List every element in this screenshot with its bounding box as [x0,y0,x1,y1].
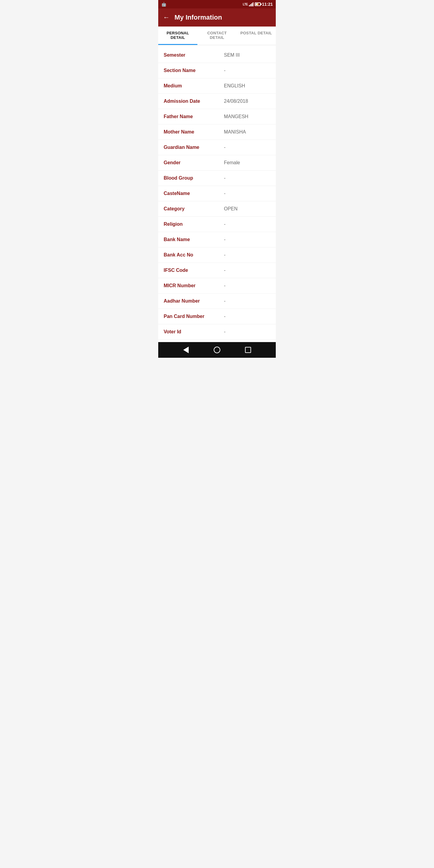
info-row: Admission Date24/08/2018 [158,94,276,109]
status-icons: LTE ⚡ 11:21 [243,2,273,7]
app-header: ← My Information [158,8,276,27]
info-row: Father NameMANGESH [158,109,276,124]
field-label: Bank Acc No [164,252,224,258]
info-row: Bank Acc No- [158,247,276,263]
field-label: Religion [164,221,224,227]
info-row: MediumENGLISH [158,79,276,94]
field-value: - [224,176,270,181]
recents-nav-icon [245,347,251,353]
android-icon: 🤖 [161,2,166,7]
field-label: Aadhar Number [164,299,224,304]
info-row: Bank Name- [158,232,276,247]
field-value: OPEN [224,206,270,212]
field-label: MICR Number [164,283,224,288]
field-value: - [224,252,270,258]
page-title: My Information [175,13,222,22]
field-value: - [224,299,270,304]
field-label: Medium [164,83,224,89]
home-nav-button[interactable] [212,344,222,355]
field-label: Blood Group [164,176,224,181]
signal-bars [249,2,253,6]
bottom-nav [158,342,276,358]
back-button[interactable]: ← [163,13,170,22]
status-bar: 🤖 LTE ⚡ 11:21 [158,0,276,8]
field-label: Pan Card Number [164,314,224,319]
lte-icon: LTE [243,3,248,6]
field-value: MANISHA [224,129,270,135]
field-value: - [224,314,270,319]
info-row: Voter Id- [158,324,276,340]
clock: 11:21 [262,2,273,7]
info-row: Section Name- [158,63,276,79]
field-value: - [224,283,270,288]
field-label: CasteName [164,191,224,196]
field-label: Admission Date [164,98,224,104]
battery-icon: ⚡ [255,2,261,6]
recents-nav-button[interactable] [243,344,253,355]
info-row: SemesterSEM III [158,48,276,63]
info-row: CasteName- [158,186,276,201]
info-row: IFSC Code- [158,263,276,278]
field-label: Semester [164,53,224,58]
field-value: 24/08/2018 [224,98,270,104]
field-label: Guardian Name [164,145,224,150]
field-value: - [224,329,270,335]
field-label: Category [164,206,224,212]
home-nav-icon [214,347,220,353]
field-label: Mother Name [164,129,224,135]
field-value: - [224,237,270,242]
field-label: Voter Id [164,329,224,335]
info-row: Religion- [158,217,276,232]
field-value: Female [224,160,270,165]
tab-contact[interactable]: CONTACT DETAIL [197,27,237,45]
field-value: ENGLISH [224,83,270,89]
field-value: - [224,221,270,227]
info-row: CategoryOPEN [158,201,276,217]
tab-postal[interactable]: POSTAL DETAIL [237,27,276,45]
info-row: Pan Card Number- [158,309,276,324]
info-row: Guardian Name- [158,140,276,155]
info-row: MICR Number- [158,278,276,293]
field-label: IFSC Code [164,268,224,273]
field-label: Section Name [164,68,224,73]
field-label: Gender [164,160,224,165]
content-area: SemesterSEM IIISection Name-MediumENGLIS… [158,45,276,342]
field-label: Father Name [164,114,224,119]
info-row: Blood Group- [158,170,276,186]
back-nav-button[interactable] [181,344,191,355]
field-value: SEM III [224,53,270,58]
back-nav-icon [183,347,189,353]
info-row: Aadhar Number- [158,293,276,309]
tab-bar: PERSONAL DETAIL CONTACT DETAIL POSTAL DE… [158,27,276,45]
field-value: - [224,268,270,273]
tab-personal[interactable]: PERSONAL DETAIL [158,27,197,45]
info-row: GenderFemale [158,155,276,170]
field-value: - [224,68,270,73]
field-value: MANGESH [224,114,270,119]
field-value: - [224,145,270,150]
info-row: Mother NameMANISHA [158,124,276,140]
field-label: Bank Name [164,237,224,242]
field-value: - [224,191,270,196]
